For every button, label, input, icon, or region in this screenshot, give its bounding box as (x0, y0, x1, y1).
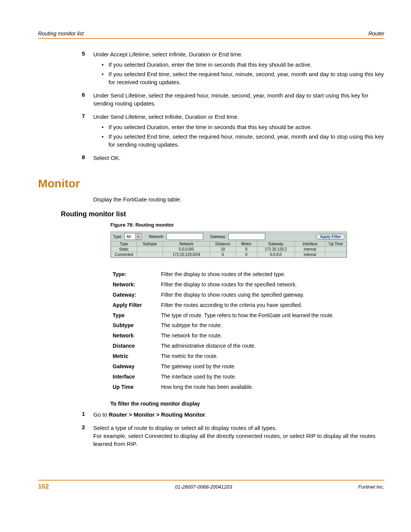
step-text: Select a type of route to display or sel… (93, 424, 384, 432)
table-cell (325, 252, 347, 257)
page-container: Routing monitor list Router 5Under Accep… (0, 0, 411, 532)
table-cell: 172.20.120.0/24 (163, 252, 210, 257)
definition-term: Gateway: (110, 290, 159, 300)
table-header-cell: Gateway (257, 241, 295, 247)
step-number: 8 (82, 154, 85, 160)
table-cell: internal (295, 247, 325, 252)
definition-description: The type of route. Type refers to how th… (159, 310, 377, 321)
step-text: Under Send Lifetime, select the required… (93, 91, 384, 107)
filter-bar: Type: All ▼ Network: Gateway: Apply Filt… (111, 232, 347, 241)
definition-row: MetricThe metric for the route. (110, 351, 377, 361)
table-cell (325, 247, 347, 252)
bullet-list: If you selected Duration, enter the time… (93, 61, 384, 86)
table-cell: 10 (210, 247, 236, 252)
page-footer: 162 01-28007-0068-20041203 Fortinet Inc. (38, 481, 384, 490)
definition-term: Distance (110, 341, 159, 351)
footer-page-number: 162 (38, 483, 49, 490)
footer-company: Fortinet Inc. (358, 484, 384, 490)
table-cell: Static (111, 247, 137, 252)
filter-network-input[interactable] (166, 233, 203, 240)
definition-row: Gateway:FIlter the display to show route… (110, 290, 377, 300)
bullet-item: If you selected End time, select the req… (102, 133, 384, 149)
step-text: Go to Router > Monitor > Routing Monitor… (93, 411, 384, 419)
definition-description: The metric for the route. (159, 351, 377, 361)
header-left: Routing monitor list (38, 30, 84, 37)
figure-routing-monitor: Type: All ▼ Network: Gateway: Apply Filt… (110, 232, 347, 258)
step-text: Select OK. (93, 154, 384, 162)
table-header-cell: Up Time (325, 241, 347, 247)
definition-term: Metric (110, 351, 159, 361)
filter-type-value: All (126, 235, 131, 239)
definition-description: How long the route has been available. (159, 382, 377, 392)
step-number: 1 (82, 411, 85, 417)
table-cell (137, 247, 163, 252)
step-item: 5Under Accept Lifetime, select Infinite,… (93, 50, 384, 86)
figure-caption: Figure 78: Routing monitor (110, 222, 384, 228)
definition-description: The network for the route. (159, 331, 377, 341)
table-cell: 0.0.0.0/0 (163, 247, 210, 252)
definition-term: Interface (110, 372, 159, 382)
chevron-down-icon: ▼ (135, 234, 141, 239)
subheading-routing-monitor-list: Routing monitor list (61, 210, 384, 218)
definition-description: FIlter the display to show routes using … (159, 290, 377, 300)
definition-row: Network:FIlter the display to show route… (110, 280, 377, 290)
step-text: Under Accept Lifetime, select Infinite, … (93, 50, 384, 58)
procedure-heading: To filter the routing monitor display (110, 401, 384, 407)
apply-filter-button[interactable]: Apply Filter (316, 234, 345, 240)
procedure-step: 2Select a type of route to display or se… (93, 424, 384, 448)
definition-term: Network (110, 331, 159, 341)
definition-description: FIlter the display to show routes for th… (159, 280, 377, 290)
definition-description: The interface used by the route. (159, 372, 377, 382)
definition-term: Type: (110, 269, 159, 280)
definition-row: GatewayThe gateway used by the route. (110, 361, 377, 372)
step-text: Under Send Lifetime, select Infinite, Du… (93, 113, 384, 121)
table-cell (137, 252, 163, 257)
table-cell: 0 (236, 247, 257, 252)
table-cell: 0 (236, 252, 257, 257)
definition-description: The subtype for the route. (159, 320, 377, 331)
definition-term: Subtype (110, 320, 159, 331)
definition-term: Type (110, 310, 159, 321)
definition-row: TypeThe type of route. Type refers to ho… (110, 310, 377, 321)
definition-description: The administrative distance of the route… (159, 341, 377, 351)
filter-gateway-input[interactable] (228, 233, 265, 240)
definition-term: Apply Filter (110, 300, 159, 310)
definition-table: Type:FIlter the display to show routes o… (110, 269, 377, 392)
filter-type-label: Type: (112, 235, 123, 239)
table-row: Connected172.20.120.0/24000.0.0.0interna… (111, 252, 347, 257)
section-heading-monitor: Monitor (38, 177, 384, 190)
table-header-cell: Metric (236, 241, 257, 247)
table-cell: 0.0.0.0 (257, 252, 295, 257)
table-header-cell: Distance (210, 241, 236, 247)
definition-term: Up Time (110, 382, 159, 392)
definition-row: DistanceThe administrative distance of t… (110, 341, 377, 351)
table-header-cell: Type (111, 241, 137, 247)
table-row: Static0.0.0.0/0100172.20.120.2internal (111, 247, 347, 252)
definition-description: FIlter the display to show routes of the… (159, 269, 377, 280)
step-item: 7Under Send Lifetime, select Infinite, D… (93, 113, 384, 149)
table-header-cell: Interface (295, 241, 325, 247)
routing-table: TypeSubtypeNetworkDistanceMetricGatewayI… (111, 241, 347, 257)
table-header-cell: Network (163, 241, 210, 247)
header-rule (38, 38, 384, 39)
step-number: 7 (82, 113, 85, 119)
step-item: 8Select OK. (93, 154, 384, 162)
definition-row: SubtypeThe subtype for the route. (110, 320, 377, 331)
footer-doc-id: 01-28007-0068-20041203 (175, 484, 232, 490)
step-number: 5 (82, 50, 85, 57)
procedure-step: 1Go to Router > Monitor > Routing Monito… (93, 411, 384, 419)
table-header-cell: Subtype (137, 241, 163, 247)
filter-type-select[interactable]: All ▼ (124, 233, 142, 240)
definition-term: Gateway (110, 361, 159, 372)
definition-row: Apply FilterFIlter the routes according … (110, 300, 377, 310)
bullet-item: If you selected End time, select the req… (102, 70, 384, 86)
bullet-list: If you selected Duration, enter the time… (93, 123, 384, 149)
step-number: 6 (82, 91, 85, 98)
definition-term: Network: (110, 280, 159, 290)
bullet-item: If you selected Duration, enter the time… (102, 123, 384, 131)
table-cell: Connected (111, 252, 137, 257)
definition-row: Type:FIlter the display to show routes o… (110, 269, 377, 280)
step-number: 2 (82, 424, 85, 430)
step-extra-text: For example, select Connected to display… (93, 432, 384, 448)
definition-description: FIlter the routes according to the crite… (159, 300, 377, 310)
